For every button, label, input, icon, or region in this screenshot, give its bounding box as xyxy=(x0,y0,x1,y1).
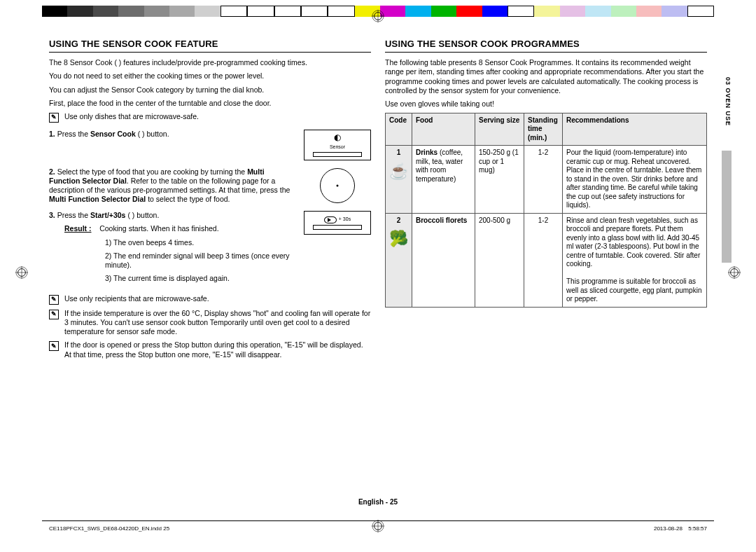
table-body: 1☕Drinks (coffee, milk, tea, water with … xyxy=(386,146,707,308)
th-food: Food xyxy=(412,113,475,146)
note-text: Use only dishes that are microwave-safe. xyxy=(64,112,199,123)
step-2: 2. Select the type of food that you are … xyxy=(49,167,371,205)
step-illustration: ◐ Sensor xyxy=(304,130,371,160)
intro: The 8 Sensor Cook ( ) features include/p… xyxy=(49,58,371,67)
step-text: ( ) button. xyxy=(136,130,169,138)
intro: The following table presents 8 Sensor Co… xyxy=(385,58,707,95)
meta-right: 2013-08-28 5:58:57 xyxy=(654,525,707,532)
step-num: 3. xyxy=(49,211,55,219)
sensor-label: Sensor xyxy=(330,144,345,151)
page-footer: English - 25 xyxy=(0,498,756,507)
right-column: USING THE SENSOR COOK PROGRAMMES The fol… xyxy=(378,39,714,513)
display-bar-icon xyxy=(313,152,362,157)
gloves-note: Use oven gloves while taking out! xyxy=(385,99,707,109)
step-text: ( ) button. xyxy=(125,211,159,219)
meta-left: CE118PFCX1_SWS_DE68-04220D_EN.indd 25 xyxy=(49,525,169,532)
step-illustration: + 30s xyxy=(304,211,371,235)
note-text: Use only recipients that are microwave-s… xyxy=(64,294,209,305)
heading-right: USING THE SENSOR COOK PROGRAMMES xyxy=(385,39,707,53)
note-icon: ✎ xyxy=(49,341,59,351)
cell-serving: 150-250 g (1 cup or 1 mug) xyxy=(475,146,524,214)
step-text: Select the type of food that you are coo… xyxy=(57,167,247,176)
step-text: Press the xyxy=(57,211,90,219)
left-column: USING THE SENSOR COOK FEATURE The 8 Sens… xyxy=(42,39,378,513)
reg-mark-icon xyxy=(15,266,28,279)
note: ✎ If the inside temperature is over the … xyxy=(49,309,371,336)
step-num: 1. xyxy=(49,130,55,138)
result-item: 3) The current time is displayed again. xyxy=(105,274,297,283)
step-bold: Multi Function Selector Dial xyxy=(49,195,146,203)
step-text: to select the type of food. xyxy=(146,195,230,203)
result-label: Result : xyxy=(64,224,92,233)
note-icon: ✎ xyxy=(49,295,59,305)
play-icon xyxy=(324,216,337,223)
th-code: Code xyxy=(386,113,412,146)
cell-serving: 200-500 g xyxy=(475,213,524,307)
food-icon: ☕ xyxy=(389,162,408,181)
step-1: 1. Press the Sensor Cook ( ) button. ◐ S… xyxy=(49,130,371,160)
reg-mark-icon xyxy=(728,266,741,279)
table-row: 1☕Drinks (coffee, milk, tea, water with … xyxy=(386,146,707,214)
cell-food: Drinks (coffee, milk, tea, water with ro… xyxy=(412,146,475,214)
th-rec: Recommendations xyxy=(563,113,707,146)
step-bold: Sensor Cook xyxy=(90,130,136,138)
heading-left: USING THE SENSOR COOK FEATURE xyxy=(49,39,371,53)
step-bold: Start/+30s xyxy=(90,211,126,219)
cell-rec: Pour the liquid (room-temperature) into … xyxy=(563,146,707,214)
cell-rec: Rinse and clean fresh vegetables, such a… xyxy=(563,213,707,307)
table-row: 2🥦Broccoli florets 200-500 g1-2Rinse and… xyxy=(386,213,707,307)
sensor-icon: ◐ xyxy=(334,132,341,143)
reg-mark-icon xyxy=(372,520,384,532)
programmes-table: Code Food Serving size Standing time (mi… xyxy=(385,113,707,308)
section-tab-grey xyxy=(722,151,732,263)
intro: First, place the food in the center of t… xyxy=(49,99,371,108)
note-text: If the door is opened or press the Stop … xyxy=(64,340,371,359)
note-text: If the inside temperature is over the 60… xyxy=(64,309,371,336)
note-icon: ✎ xyxy=(49,113,59,123)
section-tab: 03 OVEN USE xyxy=(722,77,732,126)
note: ✎ Use only recipients that are microwave… xyxy=(49,294,371,305)
intro: You do not need to set either the cookin… xyxy=(49,71,371,81)
th-serving: Serving size xyxy=(475,113,524,146)
step-illustration xyxy=(304,167,371,205)
result-item: 2) The end reminder signal will beep 3 t… xyxy=(105,251,297,270)
result-text: Cooking starts. When it has finished. xyxy=(99,224,218,233)
dial-icon xyxy=(320,168,355,203)
cell-food: Broccoli florets xyxy=(412,213,475,307)
cell-standing: 1-2 xyxy=(524,213,563,307)
step-num: 2. xyxy=(49,167,55,176)
note: ✎ Use only dishes that are microwave-saf… xyxy=(49,112,371,123)
plus30s-label: + 30s xyxy=(339,216,351,223)
step-text: Press the xyxy=(57,130,90,138)
hairline xyxy=(42,520,714,521)
cell-code: 1☕ xyxy=(386,146,412,214)
reg-mark-icon xyxy=(372,10,384,22)
step-3: 3. Press the Start/+30s ( ) button. Resu… xyxy=(49,211,371,287)
th-standing: Standing time (min.) xyxy=(524,113,563,146)
food-icon: 🥦 xyxy=(389,229,408,249)
cell-standing: 1-2 xyxy=(524,146,563,214)
note: ✎ If the door is opened or press the Sto… xyxy=(49,340,371,359)
intro: You can adjust the Sensor Cook category … xyxy=(49,85,371,95)
page-body: USING THE SENSOR COOK FEATURE The 8 Sens… xyxy=(42,39,714,513)
display-bar-icon xyxy=(313,225,362,230)
result-item: 1) The oven beeps 4 times. xyxy=(105,238,297,247)
note-icon: ✎ xyxy=(49,310,59,319)
cell-code: 2🥦 xyxy=(386,213,412,307)
table-header-row: Code Food Serving size Standing time (mi… xyxy=(386,113,707,146)
